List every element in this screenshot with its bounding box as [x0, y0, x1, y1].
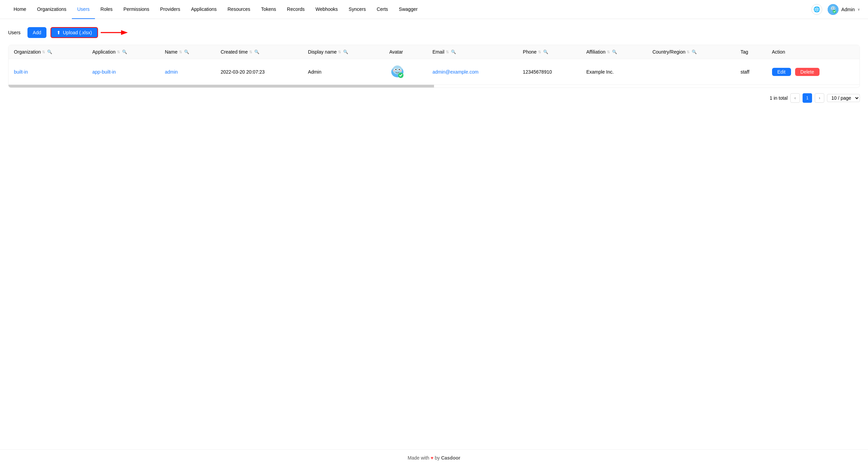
email-link[interactable]: admin@example.com	[432, 69, 478, 75]
table-header-row: Organization ⇅ 🔍 Application ⇅ 🔍	[8, 45, 860, 59]
nav-webhooks[interactable]: Webhooks	[310, 0, 343, 19]
navigation: Home Organizations Users Roles Permissio…	[0, 0, 868, 19]
col-display-name: Display name ⇅ 🔍	[302, 45, 384, 59]
upload-icon: ⬆	[57, 30, 61, 35]
col-avatar: Avatar	[384, 45, 427, 59]
sort-email-icon[interactable]: ⇅	[446, 50, 449, 54]
phone-value: 12345678910	[523, 69, 552, 75]
users-table-container: Organization ⇅ 🔍 Application ⇅ 🔍	[8, 45, 860, 88]
cell-name: admin	[159, 59, 215, 85]
delete-button[interactable]: Delete	[795, 68, 820, 76]
tag-value: staff	[741, 69, 749, 75]
col-country-region: Country/Region ⇅ 🔍	[647, 45, 735, 59]
affiliation-value: Example Inc.	[586, 69, 614, 75]
svg-point-16	[400, 70, 402, 71]
pagination: 1 in total ‹ 1 › 10 / page 20 / page 50 …	[8, 88, 860, 108]
upload-label: Upload (.xlsx)	[63, 30, 92, 35]
nav-applications[interactable]: Applications	[186, 0, 222, 19]
total-count: 1 in total	[770, 95, 788, 101]
col-organization: Organization ⇅ 🔍	[8, 45, 87, 59]
upload-button[interactable]: ⬆ Upload (.xlsx)	[51, 27, 98, 38]
prev-page-button[interactable]: ‹	[790, 93, 800, 103]
sort-affiliation-icon[interactable]: ⇅	[607, 50, 610, 54]
heart-icon: ♥	[431, 455, 435, 461]
col-email: Email ⇅ 🔍	[427, 45, 517, 59]
chevron-down-icon: ∨	[857, 7, 860, 11]
admin-dropdown[interactable]: Admin ∨	[828, 4, 860, 15]
footer: Made with ♥ by Casdoor	[0, 449, 868, 466]
table-row: built-in app-built-in admin 2022-03-20 2…	[8, 59, 860, 85]
arrow-indicator	[101, 27, 128, 38]
svg-marker-8	[121, 30, 128, 35]
nav-home[interactable]: Home	[8, 0, 32, 19]
sort-phone-icon[interactable]: ⇅	[538, 50, 541, 54]
nav-records[interactable]: Records	[281, 0, 310, 19]
nav-syncers[interactable]: Syncers	[343, 0, 371, 19]
col-application: Application ⇅ 🔍	[87, 45, 159, 59]
page-1-button[interactable]: 1	[803, 93, 812, 103]
language-button[interactable]: 🌐	[811, 4, 822, 15]
svg-point-15	[393, 70, 395, 71]
col-tag: Tag	[735, 45, 767, 59]
col-affiliation: Affiliation ⇅ 🔍	[581, 45, 647, 59]
organization-link[interactable]: built-in	[14, 69, 28, 75]
sort-country-icon[interactable]: ⇅	[687, 50, 690, 54]
col-action: Action	[767, 45, 860, 59]
horizontal-scrollbar[interactable]	[8, 85, 860, 88]
nav-swagger[interactable]: Swagger	[393, 0, 423, 19]
svg-point-13	[395, 69, 397, 70]
filter-display-name-icon[interactable]: 🔍	[343, 50, 348, 54]
filter-affiliation-icon[interactable]: 🔍	[612, 50, 617, 54]
footer-text-suffix: by	[435, 455, 440, 461]
sort-display-name-icon[interactable]: ⇅	[338, 50, 341, 54]
nav-tokens[interactable]: Tokens	[256, 0, 281, 19]
filter-created-time-icon[interactable]: 🔍	[254, 50, 259, 54]
filter-organization-icon[interactable]: 🔍	[47, 50, 52, 54]
cell-created-time: 2022-03-20 20:07:23	[215, 59, 303, 85]
svg-point-6	[833, 10, 836, 13]
filter-country-icon[interactable]: 🔍	[692, 50, 697, 54]
edit-button[interactable]: Edit	[772, 68, 791, 76]
filter-email-icon[interactable]: 🔍	[451, 50, 456, 54]
svg-point-5	[834, 8, 835, 8]
cell-organization: built-in	[8, 59, 87, 85]
sort-application-icon[interactable]: ⇅	[117, 50, 120, 54]
avatar-mascot	[389, 63, 406, 79]
name-link[interactable]: admin	[165, 69, 178, 75]
cell-email: admin@example.com	[427, 59, 517, 85]
created-time-value: 2022-03-20 20:07:23	[221, 69, 265, 75]
filter-application-icon[interactable]: 🔍	[122, 50, 127, 54]
sort-created-time-icon[interactable]: ⇅	[249, 50, 252, 54]
application-link[interactable]: app-built-in	[92, 69, 116, 75]
add-button[interactable]: Add	[27, 27, 47, 38]
nav-roles[interactable]: Roles	[95, 0, 118, 19]
cell-action: Edit Delete	[767, 59, 860, 85]
col-name: Name ⇅ 🔍	[159, 45, 215, 59]
nav-right-area: 🌐 Admin ∨	[811, 4, 860, 15]
nav-organizations[interactable]: Organizations	[32, 0, 72, 19]
cell-avatar	[384, 59, 427, 85]
nav-resources[interactable]: Resources	[222, 0, 256, 19]
nav-users[interactable]: Users	[72, 0, 95, 19]
page-size-select[interactable]: 10 / page 20 / page 50 / page	[827, 94, 860, 102]
filter-phone-icon[interactable]: 🔍	[543, 50, 548, 54]
filter-name-icon[interactable]: 🔍	[184, 50, 189, 54]
footer-brand: Casdoor	[441, 455, 460, 461]
nav-providers[interactable]: Providers	[155, 0, 185, 19]
toolbar: Users Add ⬆ Upload (.xlsx)	[8, 27, 860, 38]
main-content: Users Add ⬆ Upload (.xlsx) Organization	[0, 19, 868, 449]
cell-tag: staff	[735, 59, 767, 85]
display-name-value: Admin	[308, 69, 321, 75]
sort-organization-icon[interactable]: ⇅	[42, 50, 45, 54]
nav-permissions[interactable]: Permissions	[118, 0, 155, 19]
sort-name-icon[interactable]: ⇅	[179, 50, 182, 54]
admin-label: Admin	[841, 7, 855, 12]
cell-affiliation: Example Inc.	[581, 59, 647, 85]
avatar	[828, 4, 839, 15]
svg-point-4	[832, 8, 833, 8]
next-page-button[interactable]: ›	[815, 93, 824, 103]
page-label: Users	[8, 30, 21, 35]
col-phone: Phone ⇅ 🔍	[517, 45, 581, 59]
nav-certs[interactable]: Certs	[371, 0, 393, 19]
cell-application: app-built-in	[87, 59, 159, 85]
